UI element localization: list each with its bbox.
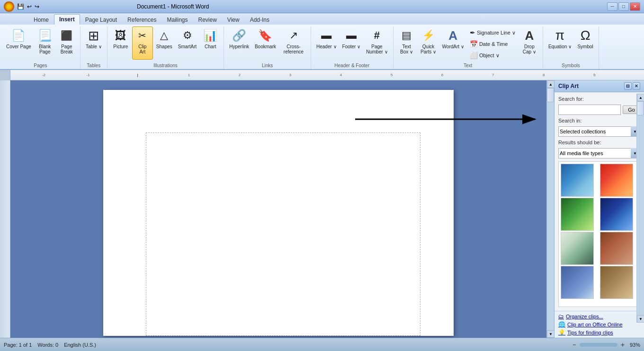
panel-expand-btn[interactable]: ⊟ — [624, 82, 632, 90]
blank-page-btn[interactable]: 📃 BlankPage — [35, 26, 55, 60]
panel-scroll-thumb[interactable] — [637, 101, 644, 115]
scroll-thumb[interactable] — [547, 88, 554, 102]
thumbnail-4[interactable] — [600, 198, 633, 231]
close-button[interactable]: ✕ — [630, 2, 640, 11]
hyperlink-icon: 🔗 — [232, 28, 247, 43]
hyperlink-btn[interactable]: 🔗 Hyperlink — [227, 26, 251, 60]
zoom-slider[interactable] — [580, 343, 617, 347]
smartart-btn[interactable]: ⚙ SmartArt — [176, 26, 199, 60]
bookmark-btn[interactable]: 🔖 Bookmark — [252, 26, 278, 60]
tab-addins[interactable]: Add-Ins — [245, 15, 275, 25]
results-select[interactable]: All media file types Photographs Clipart… — [558, 148, 640, 158]
pages-buttons: 📄 Cover Page 📃 BlankPage ⬛ PageBreak — [4, 26, 77, 63]
quick-parts-btn[interactable]: ⚡ QuickParts ∨ — [418, 26, 439, 60]
document-area[interactable] — [10, 80, 546, 338]
chart-btn[interactable]: 📊 Chart — [200, 26, 221, 60]
undo-icon[interactable]: ↩ — [27, 3, 32, 10]
date-time-label: Date & Time — [479, 41, 508, 47]
tips-label: Tips for finding clips — [567, 330, 613, 335]
scroll-track[interactable] — [547, 88, 554, 330]
page-break-label: PageBreak — [61, 44, 73, 54]
panel-scroll-track[interactable] — [637, 101, 644, 315]
header-btn[interactable]: ▬ Header ∨ — [314, 26, 339, 60]
hyperlink-label: Hyperlink — [229, 44, 249, 49]
search-in-select[interactable]: Selected collections All collections — [558, 126, 640, 137]
ribbon-group-header-footer: ▬ Header ∨ ▬ Footer ∨ # PageNumber ∨ Hea… — [311, 26, 394, 69]
minimize-button[interactable]: ─ — [607, 2, 617, 11]
signature-line-btn[interactable]: ✒ Signature Line ∨ — [467, 27, 518, 38]
online-link[interactable]: 🌐 Clip art on Office Online — [558, 321, 640, 328]
ruler-area: -2 -1 | 1 2 3 4 5 6 7 8 9 — [0, 70, 644, 80]
tab-mailings[interactable]: Mailings — [161, 15, 193, 25]
quick-save-icon[interactable]: 💾 — [17, 3, 24, 10]
title-bar-controls: ─ □ ✕ — [607, 2, 640, 11]
search-input[interactable] — [558, 105, 621, 115]
tab-page-layout[interactable]: Page Layout — [80, 15, 122, 25]
search-for-label: Search for: — [558, 96, 640, 102]
zoom-out-icon[interactable]: － — [571, 341, 578, 349]
equation-btn[interactable]: π Equation ∨ — [546, 26, 574, 60]
left-ruler — [0, 80, 10, 338]
title-bar-left: 💾 ↩ ↪ Document1 - Microsoft Word — [4, 1, 209, 12]
clip-art-panel: Clip Art ⊟ ✕ Search for: Go Search in: S… — [554, 80, 644, 338]
thumbnail-8[interactable] — [600, 266, 633, 299]
page-number-btn[interactable]: # PageNumber ∨ — [364, 26, 390, 60]
ribbon-group-illustrations: 🖼 Picture ✂ ClipArt △ Shapes ⚙ SmartArt … — [107, 26, 224, 69]
tips-link[interactable]: 💡 Tips for finding clips — [558, 329, 640, 336]
panel-header: Clip Art ⊟ ✕ — [555, 80, 644, 92]
shapes-btn[interactable]: △ Shapes — [154, 26, 175, 60]
table-btn[interactable]: ⊞ Table ∨ — [83, 26, 104, 60]
drop-cap-btn[interactable]: A DropCap ∨ — [519, 26, 540, 60]
scroll-down-btn[interactable]: ▼ — [547, 330, 555, 338]
tab-insert[interactable]: Insert — [54, 14, 80, 25]
picture-label: Picture — [113, 44, 128, 49]
cross-reference-btn[interactable]: ↗ Cross-reference — [279, 26, 308, 60]
clip-art-btn[interactable]: ✂ ClipArt — [132, 26, 153, 60]
smartart-icon: ⚙ — [180, 28, 195, 43]
panel-scroll-up[interactable]: ▲ — [637, 94, 644, 101]
page-number-label: PageNumber ∨ — [366, 44, 387, 54]
thumbnail-scroll[interactable] — [558, 161, 640, 307]
symbol-btn[interactable]: Ω Symbol — [575, 26, 596, 60]
tab-review[interactable]: Review — [193, 15, 222, 25]
tab-view[interactable]: View — [222, 15, 245, 25]
organize-clips-link[interactable]: 🗂 Organize clips... — [558, 313, 640, 320]
thumbnail-2[interactable] — [600, 164, 633, 197]
ribbon-group-tables: ⊞ Table ∨ Tables — [80, 26, 107, 69]
panel-scroll-down[interactable]: ▼ — [637, 315, 644, 323]
symbols-group-label: Symbols — [562, 63, 580, 69]
text-box-icon: ▤ — [399, 28, 414, 43]
words-status: Words: 0 — [37, 342, 58, 348]
ruler-corner — [0, 70, 10, 80]
thumbnail-1[interactable] — [561, 164, 594, 197]
text-box-btn[interactable]: ▤ TextBox ∨ — [396, 26, 417, 60]
maximize-button[interactable]: □ — [618, 2, 629, 11]
footer-btn[interactable]: ▬ Footer ∨ — [340, 26, 363, 60]
object-btn[interactable]: ⬜ Object ∨ — [467, 50, 518, 61]
panel-scrollbar[interactable]: ▲ ▼ — [636, 94, 644, 323]
main-area: ▲ ▼ Clip Art ⊟ ✕ Search for: — [0, 80, 644, 338]
scroll-up-btn[interactable]: ▲ — [547, 80, 555, 88]
cover-page-btn[interactable]: 📄 Cover Page — [4, 26, 34, 60]
tab-references[interactable]: References — [122, 15, 161, 25]
page-break-btn[interactable]: ⬛ PageBreak — [56, 26, 77, 60]
thumbnail-5[interactable] — [561, 232, 594, 265]
object-label: Object ∨ — [479, 53, 500, 59]
wordart-btn[interactable]: A WordArt ∨ — [440, 26, 466, 60]
thumbnail-3[interactable] — [561, 198, 594, 231]
tab-home[interactable]: Home — [28, 15, 54, 25]
zoom-in-icon[interactable]: ＋ — [619, 341, 626, 349]
signature-line-label: Signature Line ∨ — [477, 30, 516, 36]
redo-icon[interactable]: ↪ — [35, 3, 39, 10]
tips-icon: 💡 — [558, 329, 565, 336]
status-bar: Page: 1 of 1 Words: 0 English (U.S.) － ＋… — [0, 338, 644, 351]
search-row: Go — [558, 105, 640, 115]
thumbnail-7[interactable] — [561, 266, 594, 299]
panel-close-btn[interactable]: ✕ — [633, 82, 640, 90]
cover-page-label: Cover Page — [6, 44, 31, 49]
thumbnail-6[interactable] — [600, 232, 633, 265]
shapes-icon: △ — [157, 28, 172, 43]
date-time-btn[interactable]: 📅 Date & Time — [467, 39, 518, 49]
main-scrollbar[interactable]: ▲ ▼ — [546, 80, 554, 338]
picture-btn[interactable]: 🖼 Picture — [110, 26, 131, 60]
